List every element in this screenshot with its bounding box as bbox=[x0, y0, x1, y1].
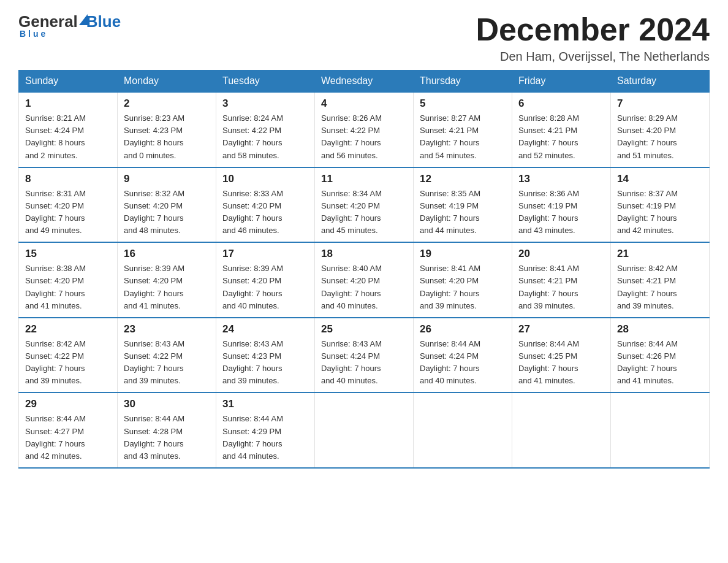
day-info: Sunrise: 8:44 AM Sunset: 4:25 PM Dayligh… bbox=[518, 338, 604, 388]
weekday-header-row: SundayMondayTuesdayWednesdayThursdayFrid… bbox=[19, 71, 710, 93]
day-number: 31 bbox=[222, 398, 308, 410]
calendar-day-cell: 25Sunrise: 8:43 AM Sunset: 4:24 PM Dayli… bbox=[315, 318, 414, 393]
day-number: 5 bbox=[420, 98, 506, 110]
calendar-day-cell: 11Sunrise: 8:34 AM Sunset: 4:20 PM Dayli… bbox=[315, 167, 414, 243]
day-number: 4 bbox=[321, 98, 407, 110]
day-info: Sunrise: 8:39 AM Sunset: 4:20 PM Dayligh… bbox=[124, 262, 210, 312]
calendar-day-cell: 7Sunrise: 8:29 AM Sunset: 4:20 PM Daylig… bbox=[611, 92, 710, 167]
day-info: Sunrise: 8:44 AM Sunset: 4:26 PM Dayligh… bbox=[617, 338, 703, 388]
day-info: Sunrise: 8:28 AM Sunset: 4:21 PM Dayligh… bbox=[518, 112, 604, 162]
calendar-week-row: 1Sunrise: 8:21 AM Sunset: 4:24 PM Daylig… bbox=[19, 92, 710, 167]
day-number: 17 bbox=[222, 248, 308, 260]
day-info: Sunrise: 8:44 AM Sunset: 4:24 PM Dayligh… bbox=[420, 338, 506, 388]
day-info: Sunrise: 8:33 AM Sunset: 4:20 PM Dayligh… bbox=[222, 188, 308, 237]
calendar-day-cell: 24Sunrise: 8:43 AM Sunset: 4:23 PM Dayli… bbox=[216, 318, 315, 393]
day-info: Sunrise: 8:41 AM Sunset: 4:20 PM Dayligh… bbox=[420, 262, 506, 312]
day-number: 14 bbox=[617, 173, 703, 185]
calendar-day-cell: 27Sunrise: 8:44 AM Sunset: 4:25 PM Dayli… bbox=[512, 318, 611, 393]
calendar-table: SundayMondayTuesdayWednesdayThursdayFrid… bbox=[18, 70, 710, 469]
weekday-header-thursday: Thursday bbox=[414, 71, 512, 93]
day-number: 9 bbox=[124, 173, 210, 185]
day-info: Sunrise: 8:27 AM Sunset: 4:21 PM Dayligh… bbox=[420, 112, 506, 162]
day-info: Sunrise: 8:32 AM Sunset: 4:20 PM Dayligh… bbox=[124, 188, 210, 237]
weekday-header-friday: Friday bbox=[512, 71, 611, 93]
calendar-day-cell: 28Sunrise: 8:44 AM Sunset: 4:26 PM Dayli… bbox=[611, 318, 710, 393]
title-area: December 2024 Den Ham, Overijssel, The N… bbox=[476, 12, 710, 64]
calendar-body: 1Sunrise: 8:21 AM Sunset: 4:24 PM Daylig… bbox=[19, 92, 710, 468]
calendar-empty-cell bbox=[414, 393, 512, 468]
day-info: Sunrise: 8:24 AM Sunset: 4:22 PM Dayligh… bbox=[222, 112, 308, 162]
calendar-day-cell: 9Sunrise: 8:32 AM Sunset: 4:20 PM Daylig… bbox=[118, 167, 216, 243]
day-info: Sunrise: 8:44 AM Sunset: 4:29 PM Dayligh… bbox=[222, 413, 308, 462]
location-subtitle: Den Ham, Overijssel, The Netherlands bbox=[476, 50, 710, 64]
day-number: 22 bbox=[25, 323, 111, 335]
calendar-day-cell: 20Sunrise: 8:41 AM Sunset: 4:21 PM Dayli… bbox=[512, 242, 611, 318]
month-title: December 2024 bbox=[476, 12, 710, 47]
calendar-day-cell: 23Sunrise: 8:43 AM Sunset: 4:22 PM Dayli… bbox=[118, 318, 216, 393]
weekday-header-saturday: Saturday bbox=[611, 71, 710, 93]
day-number: 30 bbox=[124, 398, 210, 410]
day-number: 29 bbox=[25, 398, 111, 410]
calendar-empty-cell bbox=[611, 393, 710, 468]
calendar-week-row: 8Sunrise: 8:31 AM Sunset: 4:20 PM Daylig… bbox=[19, 167, 710, 243]
day-number: 28 bbox=[617, 323, 703, 335]
calendar-empty-cell bbox=[512, 393, 611, 468]
day-number: 7 bbox=[617, 98, 703, 110]
day-info: Sunrise: 8:42 AM Sunset: 4:21 PM Dayligh… bbox=[617, 262, 703, 312]
calendar-week-row: 15Sunrise: 8:38 AM Sunset: 4:20 PM Dayli… bbox=[19, 242, 710, 318]
day-number: 18 bbox=[321, 248, 407, 260]
day-info: Sunrise: 8:40 AM Sunset: 4:20 PM Dayligh… bbox=[321, 262, 407, 312]
day-number: 27 bbox=[518, 323, 604, 335]
day-info: Sunrise: 8:21 AM Sunset: 4:24 PM Dayligh… bbox=[25, 112, 111, 162]
calendar-day-cell: 2Sunrise: 8:23 AM Sunset: 4:23 PM Daylig… bbox=[118, 92, 216, 167]
day-number: 1 bbox=[25, 98, 111, 110]
logo: General Blue Blue bbox=[18, 12, 121, 39]
day-info: Sunrise: 8:35 AM Sunset: 4:19 PM Dayligh… bbox=[420, 188, 506, 237]
day-number: 24 bbox=[222, 323, 308, 335]
day-number: 2 bbox=[124, 98, 210, 110]
calendar-day-cell: 19Sunrise: 8:41 AM Sunset: 4:20 PM Dayli… bbox=[414, 242, 512, 318]
day-info: Sunrise: 8:34 AM Sunset: 4:20 PM Dayligh… bbox=[321, 188, 407, 237]
weekday-header-monday: Monday bbox=[118, 71, 216, 93]
calendar-day-cell: 26Sunrise: 8:44 AM Sunset: 4:24 PM Dayli… bbox=[414, 318, 512, 393]
day-number: 3 bbox=[222, 98, 308, 110]
day-number: 11 bbox=[321, 173, 407, 185]
day-info: Sunrise: 8:42 AM Sunset: 4:22 PM Dayligh… bbox=[25, 338, 111, 388]
day-info: Sunrise: 8:26 AM Sunset: 4:22 PM Dayligh… bbox=[321, 112, 407, 162]
calendar-day-cell: 16Sunrise: 8:39 AM Sunset: 4:20 PM Dayli… bbox=[118, 242, 216, 318]
calendar-day-cell: 21Sunrise: 8:42 AM Sunset: 4:21 PM Dayli… bbox=[611, 242, 710, 318]
day-number: 25 bbox=[321, 323, 407, 335]
day-info: Sunrise: 8:41 AM Sunset: 4:21 PM Dayligh… bbox=[518, 262, 604, 312]
day-info: Sunrise: 8:38 AM Sunset: 4:20 PM Dayligh… bbox=[25, 262, 111, 312]
calendar-empty-cell bbox=[315, 393, 414, 468]
calendar-day-cell: 4Sunrise: 8:26 AM Sunset: 4:22 PM Daylig… bbox=[315, 92, 414, 167]
day-info: Sunrise: 8:43 AM Sunset: 4:24 PM Dayligh… bbox=[321, 338, 407, 388]
day-info: Sunrise: 8:44 AM Sunset: 4:28 PM Dayligh… bbox=[124, 413, 210, 462]
day-number: 26 bbox=[420, 323, 506, 335]
calendar-day-cell: 29Sunrise: 8:44 AM Sunset: 4:27 PM Dayli… bbox=[19, 393, 118, 468]
calendar-day-cell: 14Sunrise: 8:37 AM Sunset: 4:19 PM Dayli… bbox=[611, 167, 710, 243]
day-number: 15 bbox=[25, 248, 111, 260]
calendar-day-cell: 6Sunrise: 8:28 AM Sunset: 4:21 PM Daylig… bbox=[512, 92, 611, 167]
day-number: 6 bbox=[518, 98, 604, 110]
day-number: 12 bbox=[420, 173, 506, 185]
calendar-day-cell: 22Sunrise: 8:42 AM Sunset: 4:22 PM Dayli… bbox=[19, 318, 118, 393]
day-number: 8 bbox=[25, 173, 111, 185]
day-info: Sunrise: 8:43 AM Sunset: 4:22 PM Dayligh… bbox=[124, 338, 210, 388]
day-info: Sunrise: 8:29 AM Sunset: 4:20 PM Dayligh… bbox=[617, 112, 703, 162]
calendar-day-cell: 5Sunrise: 8:27 AM Sunset: 4:21 PM Daylig… bbox=[414, 92, 512, 167]
day-info: Sunrise: 8:44 AM Sunset: 4:27 PM Dayligh… bbox=[25, 413, 111, 462]
day-info: Sunrise: 8:43 AM Sunset: 4:23 PM Dayligh… bbox=[222, 338, 308, 388]
day-info: Sunrise: 8:37 AM Sunset: 4:19 PM Dayligh… bbox=[617, 188, 703, 237]
day-number: 19 bbox=[420, 248, 506, 260]
calendar-day-cell: 3Sunrise: 8:24 AM Sunset: 4:22 PM Daylig… bbox=[216, 92, 315, 167]
day-number: 13 bbox=[518, 173, 604, 185]
day-info: Sunrise: 8:23 AM Sunset: 4:23 PM Dayligh… bbox=[124, 112, 210, 162]
day-number: 20 bbox=[518, 248, 604, 260]
day-number: 10 bbox=[222, 173, 308, 185]
calendar-header: SundayMondayTuesdayWednesdayThursdayFrid… bbox=[19, 71, 710, 93]
calendar-day-cell: 18Sunrise: 8:40 AM Sunset: 4:20 PM Dayli… bbox=[315, 242, 414, 318]
logo-underline: Blue bbox=[20, 29, 48, 39]
weekday-header-sunday: Sunday bbox=[19, 71, 118, 93]
day-number: 16 bbox=[124, 248, 210, 260]
